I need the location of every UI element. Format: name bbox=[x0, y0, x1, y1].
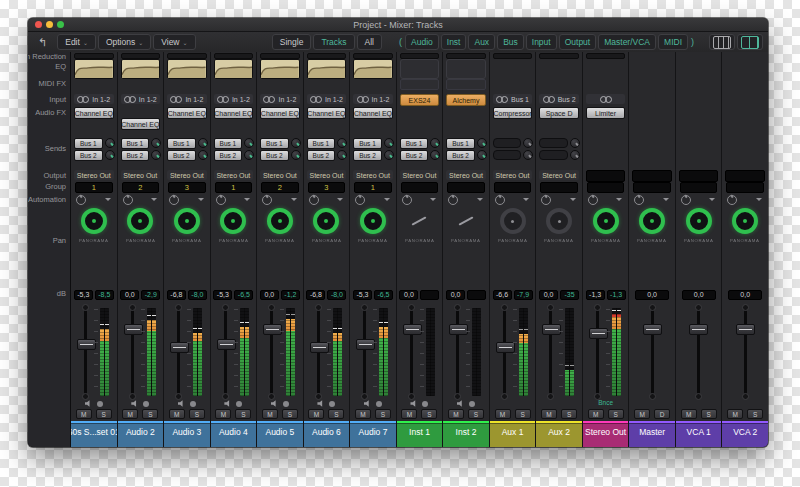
volume-value[interactable]: 0,0 bbox=[682, 290, 716, 300]
volume-value[interactable]: 0,0 bbox=[539, 290, 558, 300]
instrument-slot[interactable]: Alchemy bbox=[446, 94, 486, 106]
eq-slot-empty[interactable] bbox=[446, 59, 486, 79]
menu-view[interactable]: View⌄ bbox=[153, 34, 195, 50]
solo-button[interactable]: S bbox=[235, 409, 251, 419]
input-slot[interactable]: In 1-2 bbox=[260, 94, 300, 104]
group-slot[interactable]: 2 bbox=[261, 182, 299, 193]
mute-button[interactable]: M bbox=[727, 409, 743, 419]
send-bus-button[interactable]: Bus 1 bbox=[260, 138, 289, 149]
peak-level-value[interactable]: -1,2 bbox=[281, 290, 300, 300]
mute-button[interactable]: M bbox=[262, 409, 278, 419]
pan-knob[interactable] bbox=[220, 208, 246, 234]
volume-value[interactable]: -6,6 bbox=[493, 290, 512, 300]
send-knob[interactable] bbox=[430, 138, 440, 148]
fader-cap[interactable] bbox=[689, 324, 708, 335]
send-knob[interactable] bbox=[337, 150, 347, 160]
automation-slot[interactable] bbox=[446, 194, 486, 206]
filter-midi[interactable]: MIDI bbox=[658, 34, 688, 50]
send-bus-button[interactable]: Bus 2 bbox=[214, 150, 243, 161]
dim-button[interactable]: D bbox=[654, 409, 670, 419]
send-knob[interactable] bbox=[105, 138, 115, 148]
send-slot-empty[interactable] bbox=[493, 138, 522, 148]
filter-bus[interactable]: Bus bbox=[497, 34, 524, 50]
group-slot[interactable] bbox=[494, 182, 532, 193]
audio-fx-slot[interactable]: Space D bbox=[539, 107, 579, 119]
send-slot-empty[interactable] bbox=[539, 138, 568, 148]
input-slot[interactable]: In 1-2 bbox=[74, 94, 114, 104]
audio-fx-slot[interactable]: Channel EQ bbox=[74, 107, 114, 119]
send-knob[interactable] bbox=[151, 138, 161, 148]
audio-fx-slot[interactable]: Channel EQ bbox=[167, 107, 207, 119]
solo-button[interactable]: S bbox=[96, 409, 112, 419]
automation-slot[interactable] bbox=[307, 194, 347, 206]
output-slot[interactable]: Stereo Out bbox=[214, 170, 254, 180]
zoom-button[interactable] bbox=[57, 21, 64, 28]
output-slot[interactable]: Stereo Out bbox=[121, 170, 161, 180]
pan-knob[interactable] bbox=[732, 208, 758, 234]
volume-value[interactable]: -5,3 bbox=[213, 290, 232, 300]
track-name[interactable]: Audio 3 bbox=[164, 423, 210, 447]
eq-thumbnail[interactable] bbox=[121, 59, 161, 79]
eq-thumbnail[interactable] bbox=[353, 59, 393, 79]
volume-value[interactable]: 0,0 bbox=[120, 290, 139, 300]
solo-button[interactable]: S bbox=[142, 409, 158, 419]
send-knob[interactable] bbox=[477, 138, 487, 148]
input-slot[interactable]: In 1-2 bbox=[214, 94, 254, 104]
record-enable-icon[interactable] bbox=[376, 401, 382, 407]
send-knob[interactable] bbox=[384, 150, 394, 160]
output-slot[interactable]: Stereo Out bbox=[446, 170, 486, 180]
peak-level-value[interactable]: -8,5 bbox=[95, 290, 114, 300]
eq-thumbnail[interactable] bbox=[307, 59, 347, 79]
track-name[interactable]: Audio 7 bbox=[350, 423, 396, 447]
group-slot[interactable]: 1 bbox=[75, 182, 113, 193]
send-knob[interactable] bbox=[198, 138, 208, 148]
group-slot[interactable] bbox=[680, 182, 718, 193]
input-slot[interactable]: In 1-2 bbox=[307, 94, 347, 104]
peak-level-value[interactable]: -6,5 bbox=[374, 290, 393, 300]
eq-thumbnail[interactable] bbox=[74, 59, 114, 79]
send-bus-button[interactable]: Bus 2 bbox=[167, 150, 196, 161]
solo-button[interactable]: S bbox=[328, 409, 344, 419]
send-bus-button[interactable]: Bus 1 bbox=[446, 138, 475, 149]
send-bus-button[interactable]: Bus 2 bbox=[446, 150, 475, 161]
mute-button[interactable]: M bbox=[588, 409, 604, 419]
send-knob[interactable] bbox=[384, 138, 394, 148]
speaker-icon[interactable] bbox=[178, 400, 185, 407]
send-knob[interactable] bbox=[570, 138, 580, 148]
track-name[interactable]: Aux 1 bbox=[490, 423, 536, 447]
output-slot[interactable]: Stereo Out bbox=[493, 170, 533, 180]
automation-slot[interactable] bbox=[539, 194, 579, 206]
solo-button[interactable]: S bbox=[515, 409, 531, 419]
mute-button[interactable]: M bbox=[495, 409, 511, 419]
volume-value[interactable]: -6,8 bbox=[167, 290, 186, 300]
single-pane-view-button[interactable] bbox=[709, 34, 735, 50]
automation-slot[interactable] bbox=[260, 194, 300, 206]
instrument-slot[interactable]: EXS24 bbox=[400, 94, 440, 106]
send-bus-button[interactable]: Bus 1 bbox=[214, 138, 243, 149]
peak-level-value[interactable] bbox=[420, 290, 439, 300]
eq-thumbnail[interactable] bbox=[167, 59, 207, 79]
send-knob[interactable] bbox=[244, 150, 254, 160]
fader-cap[interactable] bbox=[643, 324, 662, 335]
record-enable-icon[interactable] bbox=[469, 401, 475, 407]
input-slot[interactable]: Bus 1 bbox=[493, 94, 533, 104]
output-slot[interactable]: Stereo Out bbox=[353, 170, 393, 180]
send-bus-button[interactable]: Bus 1 bbox=[167, 138, 196, 149]
mute-button[interactable]: M bbox=[169, 409, 185, 419]
send-knob[interactable] bbox=[244, 138, 254, 148]
mute-button[interactable]: M bbox=[122, 409, 138, 419]
pan-knob[interactable] bbox=[174, 208, 200, 234]
peak-level-value[interactable]: -6,5 bbox=[234, 290, 253, 300]
volume-value[interactable]: -1,3 bbox=[586, 290, 605, 300]
audio-fx-slot[interactable]: Limiter bbox=[586, 107, 626, 119]
filter-input[interactable]: Input bbox=[526, 34, 557, 50]
send-knob[interactable] bbox=[291, 150, 301, 160]
solo-button[interactable]: S bbox=[421, 409, 437, 419]
output-slot[interactable]: Stereo Out bbox=[74, 170, 114, 180]
automation-slot[interactable] bbox=[353, 194, 393, 206]
mute-button[interactable]: M bbox=[308, 409, 324, 419]
group-slot[interactable] bbox=[587, 182, 625, 193]
output-slot[interactable] bbox=[679, 170, 719, 182]
solo-button[interactable]: S bbox=[375, 409, 391, 419]
record-enable-icon[interactable] bbox=[422, 401, 428, 407]
